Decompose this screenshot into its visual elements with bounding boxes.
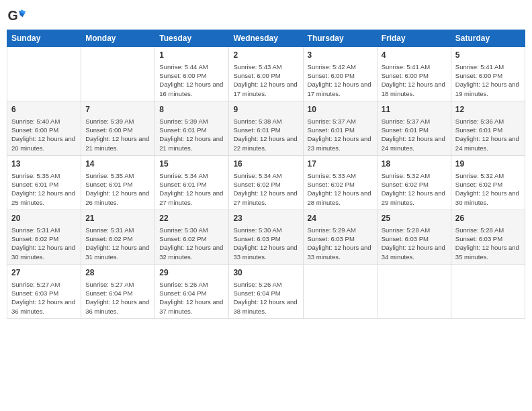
weekday-header-sunday: Sunday — [7, 30, 81, 47]
day-number: 1 — [159, 50, 224, 61]
day-info: Sunrise: 5:27 AM Sunset: 6:04 PM Dayligh… — [85, 280, 150, 316]
day-cell: 17Sunrise: 5:33 AM Sunset: 6:02 PM Dayli… — [303, 155, 377, 210]
day-number: 19 — [455, 158, 521, 170]
day-number: 18 — [382, 158, 447, 170]
day-info: Sunrise: 5:41 AM Sunset: 6:00 PM Dayligh… — [455, 62, 521, 98]
week-row-1: 1Sunrise: 5:44 AM Sunset: 6:00 PM Daylig… — [7, 47, 525, 101]
day-number: 22 — [159, 213, 224, 224]
weekday-header-saturday: Saturday — [451, 30, 525, 47]
day-info: Sunrise: 5:34 AM Sunset: 6:01 PM Dayligh… — [159, 171, 224, 207]
day-cell — [377, 264, 451, 318]
weekday-header-monday: Monday — [81, 30, 155, 47]
day-number: 16 — [233, 158, 298, 170]
day-cell: 11Sunrise: 5:37 AM Sunset: 6:01 PM Dayli… — [377, 101, 451, 155]
day-number: 4 — [382, 50, 447, 61]
day-number: 29 — [159, 267, 224, 279]
day-info: Sunrise: 5:32 AM Sunset: 6:02 PM Dayligh… — [455, 171, 521, 207]
day-info: Sunrise: 5:26 AM Sunset: 6:04 PM Dayligh… — [159, 280, 224, 316]
day-cell: 2Sunrise: 5:43 AM Sunset: 6:00 PM Daylig… — [229, 47, 303, 101]
day-info: Sunrise: 5:42 AM Sunset: 6:00 PM Dayligh… — [308, 62, 373, 98]
weekday-header-thursday: Thursday — [303, 30, 377, 47]
day-info: Sunrise: 5:26 AM Sunset: 6:04 PM Dayligh… — [233, 280, 298, 316]
day-cell: 13Sunrise: 5:35 AM Sunset: 6:01 PM Dayli… — [7, 155, 81, 210]
day-number: 24 — [308, 213, 373, 224]
day-info: Sunrise: 5:35 AM Sunset: 6:01 PM Dayligh… — [85, 171, 150, 207]
day-cell: 4Sunrise: 5:41 AM Sunset: 6:00 PM Daylig… — [377, 47, 451, 101]
day-info: Sunrise: 5:33 AM Sunset: 6:02 PM Dayligh… — [308, 171, 373, 207]
day-cell: 1Sunrise: 5:44 AM Sunset: 6:00 PM Daylig… — [155, 47, 229, 101]
day-cell — [303, 264, 377, 318]
weekday-header-tuesday: Tuesday — [155, 30, 229, 47]
day-info: Sunrise: 5:30 AM Sunset: 6:03 PM Dayligh… — [233, 226, 298, 261]
day-number: 27 — [11, 267, 77, 279]
day-number: 23 — [233, 213, 298, 224]
day-number: 30 — [233, 267, 298, 279]
day-info: Sunrise: 5:39 AM Sunset: 6:00 PM Dayligh… — [85, 117, 150, 152]
weekday-header-wednesday: Wednesday — [229, 30, 303, 47]
day-number: 25 — [382, 213, 447, 224]
day-info: Sunrise: 5:40 AM Sunset: 6:00 PM Dayligh… — [11, 117, 77, 152]
week-row-4: 20Sunrise: 5:31 AM Sunset: 6:02 PM Dayli… — [7, 210, 525, 264]
day-cell: 24Sunrise: 5:29 AM Sunset: 6:03 PM Dayli… — [303, 210, 377, 264]
day-cell: 14Sunrise: 5:35 AM Sunset: 6:01 PM Dayli… — [81, 155, 155, 210]
day-cell: 10Sunrise: 5:37 AM Sunset: 6:01 PM Dayli… — [303, 101, 377, 155]
week-row-2: 6Sunrise: 5:40 AM Sunset: 6:00 PM Daylig… — [7, 101, 525, 155]
day-cell: 18Sunrise: 5:32 AM Sunset: 6:02 PM Dayli… — [377, 155, 451, 210]
day-cell: 7Sunrise: 5:39 AM Sunset: 6:00 PM Daylig… — [81, 101, 155, 155]
day-info: Sunrise: 5:35 AM Sunset: 6:01 PM Dayligh… — [11, 171, 77, 207]
day-info: Sunrise: 5:30 AM Sunset: 6:02 PM Dayligh… — [159, 226, 224, 261]
day-number: 26 — [455, 213, 521, 224]
day-info: Sunrise: 5:27 AM Sunset: 6:03 PM Dayligh… — [11, 280, 77, 316]
day-cell — [81, 47, 155, 101]
day-number: 11 — [382, 104, 447, 116]
day-number: 20 — [11, 213, 77, 224]
day-info: Sunrise: 5:31 AM Sunset: 6:02 PM Dayligh… — [11, 226, 77, 261]
day-number: 13 — [11, 158, 77, 170]
week-row-5: 27Sunrise: 5:27 AM Sunset: 6:03 PM Dayli… — [7, 264, 525, 318]
day-cell: 23Sunrise: 5:30 AM Sunset: 6:03 PM Dayli… — [229, 210, 303, 264]
day-cell: 21Sunrise: 5:31 AM Sunset: 6:02 PM Dayli… — [81, 210, 155, 264]
day-number: 6 — [11, 104, 77, 116]
day-cell: 12Sunrise: 5:36 AM Sunset: 6:01 PM Dayli… — [451, 101, 525, 155]
day-info: Sunrise: 5:39 AM Sunset: 6:01 PM Dayligh… — [159, 117, 224, 152]
day-number: 12 — [455, 104, 521, 116]
day-number: 28 — [85, 267, 150, 279]
day-cell — [7, 47, 81, 101]
logo: G — [7, 7, 28, 26]
svg-text:G: G — [7, 8, 17, 23]
day-number: 7 — [85, 104, 150, 116]
day-number: 21 — [85, 213, 150, 224]
day-number: 8 — [159, 104, 224, 116]
day-info: Sunrise: 5:34 AM Sunset: 6:02 PM Dayligh… — [233, 171, 298, 207]
day-number: 5 — [455, 50, 521, 61]
day-cell: 28Sunrise: 5:27 AM Sunset: 6:04 PM Dayli… — [81, 264, 155, 318]
day-cell: 6Sunrise: 5:40 AM Sunset: 6:00 PM Daylig… — [7, 101, 81, 155]
day-cell: 20Sunrise: 5:31 AM Sunset: 6:02 PM Dayli… — [7, 210, 81, 264]
day-cell: 22Sunrise: 5:30 AM Sunset: 6:02 PM Dayli… — [155, 210, 229, 264]
day-info: Sunrise: 5:31 AM Sunset: 6:02 PM Dayligh… — [85, 226, 150, 261]
weekday-header-friday: Friday — [377, 30, 451, 47]
page-header: G — [7, 7, 525, 26]
day-cell: 9Sunrise: 5:38 AM Sunset: 6:01 PM Daylig… — [229, 101, 303, 155]
day-cell: 15Sunrise: 5:34 AM Sunset: 6:01 PM Dayli… — [155, 155, 229, 210]
day-cell: 8Sunrise: 5:39 AM Sunset: 6:01 PM Daylig… — [155, 101, 229, 155]
day-number: 10 — [308, 104, 373, 116]
day-cell: 25Sunrise: 5:28 AM Sunset: 6:03 PM Dayli… — [377, 210, 451, 264]
day-info: Sunrise: 5:43 AM Sunset: 6:00 PM Dayligh… — [233, 62, 298, 98]
day-info: Sunrise: 5:38 AM Sunset: 6:01 PM Dayligh… — [233, 117, 298, 152]
day-info: Sunrise: 5:28 AM Sunset: 6:03 PM Dayligh… — [455, 226, 521, 261]
day-cell: 27Sunrise: 5:27 AM Sunset: 6:03 PM Dayli… — [7, 264, 81, 318]
day-number: 3 — [308, 50, 373, 61]
day-info: Sunrise: 5:37 AM Sunset: 6:01 PM Dayligh… — [308, 117, 373, 152]
day-info: Sunrise: 5:41 AM Sunset: 6:00 PM Dayligh… — [382, 62, 447, 98]
day-number: 15 — [159, 158, 224, 170]
day-number: 14 — [85, 158, 150, 170]
day-number: 2 — [233, 50, 298, 61]
weekday-header-row: SundayMondayTuesdayWednesdayThursdayFrid… — [7, 30, 525, 47]
day-cell: 3Sunrise: 5:42 AM Sunset: 6:00 PM Daylig… — [303, 47, 377, 101]
day-cell — [451, 264, 525, 318]
day-info: Sunrise: 5:36 AM Sunset: 6:01 PM Dayligh… — [455, 117, 521, 152]
logo-icon: G — [7, 7, 26, 26]
day-cell: 19Sunrise: 5:32 AM Sunset: 6:02 PM Dayli… — [451, 155, 525, 210]
day-number: 17 — [308, 158, 373, 170]
